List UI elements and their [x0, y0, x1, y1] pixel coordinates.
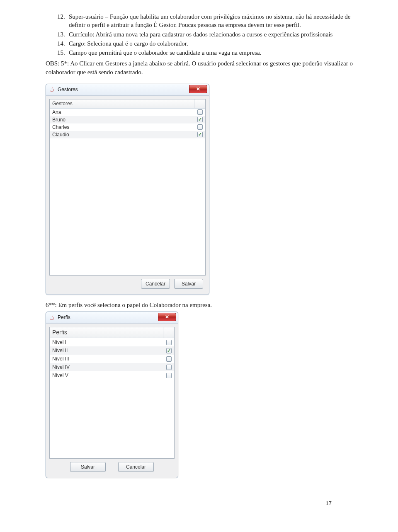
gestores-dialog: Gestores ✕ Gestores Ana Bruno: [46, 84, 209, 295]
column-header-name[interactable]: Perfis: [50, 327, 163, 338]
table-row[interactable]: Nível II: [50, 346, 174, 355]
list-item: 14. Cargo: Seleciona qual é o cargo do c…: [46, 39, 365, 48]
close-button[interactable]: ✕: [189, 85, 207, 93]
list-item-text: Currículo: Abrirá uma nova tela para cad…: [69, 31, 332, 38]
table-empty-area: [50, 138, 205, 275]
dialog-titlebar[interactable]: Perfis ✕: [46, 312, 178, 324]
table-row[interactable]: Nível IV: [50, 363, 174, 371]
list-item-number: 12.: [57, 12, 65, 21]
java-icon: [49, 314, 55, 321]
list-item-number: 15.: [57, 48, 65, 57]
gestor-checkbox[interactable]: [197, 109, 203, 115]
gestor-name: Bruno: [50, 116, 194, 123]
perfil-name: Nível I: [50, 339, 163, 346]
gestor-name: Charles: [50, 124, 194, 131]
table-row[interactable]: Ana: [50, 109, 205, 116]
gestor-checkbox[interactable]: [197, 124, 203, 130]
save-button[interactable]: Salvar: [70, 462, 106, 472]
table-row[interactable]: Nível V: [50, 371, 174, 380]
perfis-caption: 6**: Em perfis você seleciona o papel do…: [46, 301, 365, 309]
table-row[interactable]: Claudio: [50, 131, 205, 138]
table-header: Perfis: [50, 327, 174, 338]
perfis-table: Perfis Nível I Nível II Nível III Nível …: [49, 327, 175, 459]
gestor-name: Ana: [50, 109, 194, 116]
dialog-actions: Cancelar Salvar: [49, 276, 206, 291]
page-number: 17: [326, 500, 332, 507]
perfil-checkbox[interactable]: [166, 373, 172, 378]
dialog-title: Perfis: [58, 314, 70, 321]
close-button[interactable]: ✕: [158, 313, 176, 321]
cancel-button[interactable]: Cancelar: [141, 279, 170, 289]
numbered-list: 12. Super-usuário – Função que habilita …: [46, 12, 365, 57]
perfil-name: Nível IV: [50, 364, 163, 370]
table-header: Gestores: [50, 99, 205, 109]
obs-paragraph: OBS: 5*: Ao Clicar em Gestores a janela …: [46, 59, 365, 76]
gestor-name: Claudio: [50, 131, 194, 138]
java-icon: [49, 86, 55, 93]
perfil-name: Nível II: [50, 347, 163, 354]
list-item: 13. Currículo: Abrirá uma nova tela para…: [46, 30, 365, 39]
table-empty-area: [50, 380, 174, 458]
column-header-checkbox: [163, 327, 174, 338]
table-row[interactable]: Nível I: [50, 338, 174, 346]
list-item-text: Campo que permitirá que o colaborador se…: [69, 49, 261, 56]
perfil-name: Nível V: [50, 372, 163, 379]
table-row[interactable]: Nível III: [50, 355, 174, 363]
list-item-number: 13.: [57, 30, 65, 39]
gestores-table: Gestores Ana Bruno Charles Claudio: [49, 99, 206, 276]
perfil-checkbox[interactable]: [166, 365, 172, 370]
gestor-checkbox[interactable]: [197, 117, 203, 122]
perfis-dialog: Perfis ✕ Perfis Nível I Nível II: [46, 312, 178, 478]
perfil-checkbox[interactable]: [166, 356, 172, 362]
perfil-checkbox[interactable]: [166, 340, 172, 345]
column-header-checkbox: [194, 99, 205, 108]
table-row[interactable]: Bruno: [50, 116, 205, 123]
dialog-title: Gestores: [58, 86, 78, 93]
list-item: 15. Campo que permitirá que o colaborado…: [46, 48, 365, 57]
dialog-actions: Salvar Cancelar: [49, 459, 175, 474]
close-icon: ✕: [165, 314, 169, 319]
table-row[interactable]: Charles: [50, 123, 205, 131]
dialog-titlebar[interactable]: Gestores ✕: [46, 84, 209, 96]
close-icon: ✕: [196, 87, 200, 92]
save-button[interactable]: Salvar: [174, 279, 203, 289]
list-item-number: 14.: [57, 39, 65, 48]
list-item-text: Super-usuário – Função que habilita um c…: [69, 13, 351, 28]
list-item: 12. Super-usuário – Função que habilita …: [46, 12, 365, 29]
perfil-name: Nível III: [50, 355, 163, 362]
gestor-checkbox[interactable]: [197, 132, 203, 137]
perfil-checkbox[interactable]: [166, 348, 172, 353]
cancel-button[interactable]: Cancelar: [118, 462, 154, 472]
list-item-text: Cargo: Seleciona qual é o cargo do colab…: [69, 40, 188, 47]
column-header-name[interactable]: Gestores: [50, 99, 194, 108]
